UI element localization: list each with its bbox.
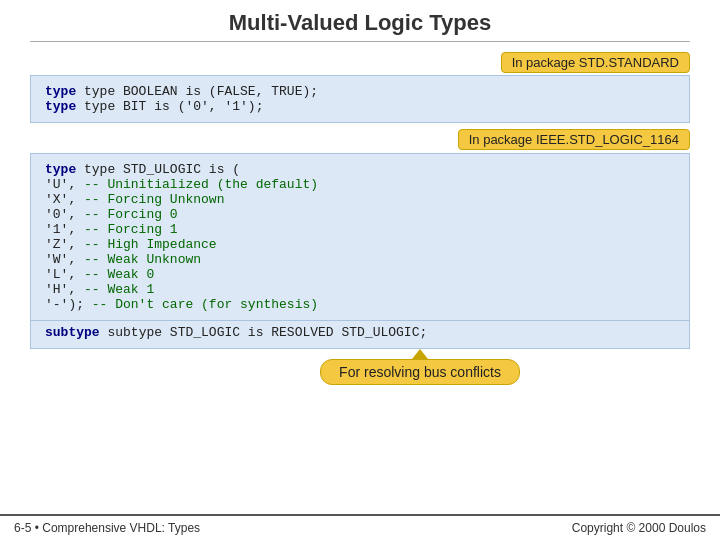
ulogic-header-line: type type STD_ULOGIC is ( xyxy=(45,162,675,177)
footer-right: Copyright © 2000 Doulos xyxy=(572,521,706,535)
resolve-badge-wrapper: For resolving bus conflicts xyxy=(320,349,520,385)
subtype-code: subtype STD_LOGIC is RESOLVED STD_ULOGIC… xyxy=(107,325,427,340)
bit-keyword: type xyxy=(45,99,84,114)
boolean-keyword: type xyxy=(45,84,84,99)
ulogic-section: type type STD_ULOGIC is ( 'U', -- Uninit… xyxy=(30,153,690,321)
ieee-badge-container: In package IEEE.STD_LOGIC_1164 xyxy=(30,129,690,150)
ulogic-comment: -- Don't care (for synthesis) xyxy=(92,297,318,312)
std-badge-row: In package STD.STANDARD xyxy=(30,52,690,73)
page-title: Multi-Valued Logic Types xyxy=(30,10,690,42)
ulogic-row-5: 'W', -- Weak Unknown xyxy=(45,252,675,267)
ulogic-row-1: 'X', -- Forcing Unknown xyxy=(45,192,675,207)
ulogic-val: 'H', xyxy=(45,282,84,297)
ulogic-comment: -- Weak 0 xyxy=(84,267,154,282)
boolean-section: type type BOOLEAN is (FALSE, TRUE); type… xyxy=(30,75,690,123)
ulogic-code: type STD_ULOGIC is ( xyxy=(84,162,240,177)
ulogic-val: 'Z', xyxy=(45,237,84,252)
ulogic-val: 'L', xyxy=(45,267,84,282)
ulogic-row-6: 'L', -- Weak 0 xyxy=(45,267,675,282)
footer: 6-5 • Comprehensive VHDL: Types Copyrigh… xyxy=(0,514,720,540)
ulogic-comment: -- Weak Unknown xyxy=(84,252,201,267)
ulogic-row-4: 'Z', -- High Impedance xyxy=(45,237,675,252)
resolve-arrow-icon xyxy=(412,349,428,359)
ulogic-val: '1', xyxy=(45,222,84,237)
ulogic-val: 'W', xyxy=(45,252,84,267)
ulogic-val: 'U', xyxy=(45,177,84,192)
ulogic-row-0: 'U', -- Uninitialized (the default) xyxy=(45,177,675,192)
ulogic-val: 'X', xyxy=(45,192,84,207)
ulogic-row-2: '0', -- Forcing 0 xyxy=(45,207,675,222)
bit-code: type BIT is ('0', '1'); xyxy=(84,99,263,114)
ulogic-comment: -- High Impedance xyxy=(84,237,217,252)
boolean-code: type BOOLEAN is (FALSE, TRUE); xyxy=(84,84,318,99)
std-standard-badge: In package STD.STANDARD xyxy=(501,52,690,73)
ulogic-row-3: '1', -- Forcing 1 xyxy=(45,222,675,237)
boolean-line: type type BOOLEAN is (FALSE, TRUE); xyxy=(45,84,675,99)
footer-left: 6-5 • Comprehensive VHDL: Types xyxy=(14,521,200,535)
resolve-badge: For resolving bus conflicts xyxy=(320,359,520,385)
ulogic-val: '-'); xyxy=(45,297,92,312)
bit-line: type type BIT is ('0', '1'); xyxy=(45,99,675,114)
ulogic-rows: 'U', -- Uninitialized (the default) 'X',… xyxy=(45,177,675,312)
ulogic-comment: -- Forcing 0 xyxy=(84,207,178,222)
resolve-badge-row: For resolving bus conflicts xyxy=(30,353,690,389)
ulogic-comment: -- Uninitialized (the default) xyxy=(84,177,318,192)
ulogic-comment: -- Weak 1 xyxy=(84,282,154,297)
ulogic-comment: -- Forcing Unknown xyxy=(84,192,224,207)
ulogic-val: '0', xyxy=(45,207,84,222)
ieee-badge: In package IEEE.STD_LOGIC_1164 xyxy=(458,129,690,150)
page: Multi-Valued Logic Types In package STD.… xyxy=(0,0,720,540)
ulogic-comment: -- Forcing 1 xyxy=(84,222,178,237)
subtype-section: subtype subtype STD_LOGIC is RESOLVED ST… xyxy=(30,321,690,349)
ulogic-row-8: '-'); -- Don't care (for synthesis) xyxy=(45,297,675,312)
ulogic-row-7: 'H', -- Weak 1 xyxy=(45,282,675,297)
main-content: Multi-Valued Logic Types In package STD.… xyxy=(0,0,720,514)
